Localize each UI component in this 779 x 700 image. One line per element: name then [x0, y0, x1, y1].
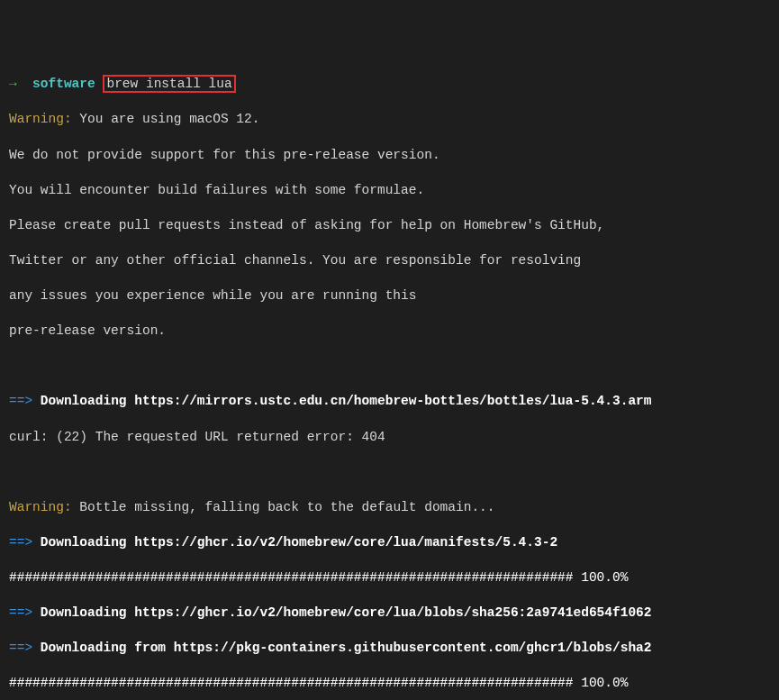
download-text: Downloading https://ghcr.io/v2/homebrew/… — [41, 605, 652, 620]
pre-release-text: any issues you experience while you are … — [9, 287, 770, 305]
warning-line-1: Warning: You are using macOS 12. — [9, 111, 770, 129]
pre-release-text: pre-release version. — [9, 323, 770, 341]
pre-release-text: You will encounter build failures with s… — [9, 182, 770, 200]
download-line-4: ==> Downloading from https://pkg-contain… — [9, 640, 770, 658]
blank-line — [9, 464, 770, 482]
progress-bar: ########################################… — [9, 569, 770, 587]
step-arrow: ==> — [9, 641, 32, 655]
curl-error: curl: (22) The requested URL returned er… — [9, 429, 770, 447]
download-line-2: ==> Downloading https://ghcr.io/v2/homeb… — [9, 534, 770, 552]
blank-line — [9, 358, 770, 376]
warning-label: Warning: — [9, 500, 72, 514]
download-text: Downloading https://mirrors.ustc.edu.cn/… — [41, 394, 652, 408]
command-text: brew install lua — [106, 77, 231, 91]
step-arrow: ==> — [9, 605, 32, 620]
warning-text: Bottle missing, falling back to the defa… — [72, 500, 495, 514]
pre-release-text: Twitter or any other official channels. … — [9, 252, 770, 270]
prompt-arrow: → — [9, 77, 17, 91]
prompt-line-1[interactable]: → software brew install lua — [9, 76, 770, 94]
prompt-host: software — [32, 77, 95, 91]
download-text: Downloading https://ghcr.io/v2/homebrew/… — [41, 535, 557, 550]
warning-text: You are using macOS 12. — [72, 112, 260, 126]
pre-release-text: Please create pull requests instead of a… — [9, 217, 770, 235]
download-text: Downloading from https://pkg-containers.… — [41, 641, 652, 655]
download-line-3: ==> Downloading https://ghcr.io/v2/homeb… — [9, 605, 770, 623]
download-line-1: ==> Downloading https://mirrors.ustc.edu… — [9, 393, 770, 411]
pre-release-text: We do not provide support for this pre-r… — [9, 147, 770, 165]
progress-bar: ########################################… — [9, 675, 770, 693]
command-highlight-box: brew install lua — [103, 75, 235, 93]
warning-label: Warning: — [9, 112, 72, 126]
step-arrow: ==> — [9, 394, 32, 408]
warning-line-2: Warning: Bottle missing, falling back to… — [9, 499, 770, 517]
step-arrow: ==> — [9, 535, 32, 550]
